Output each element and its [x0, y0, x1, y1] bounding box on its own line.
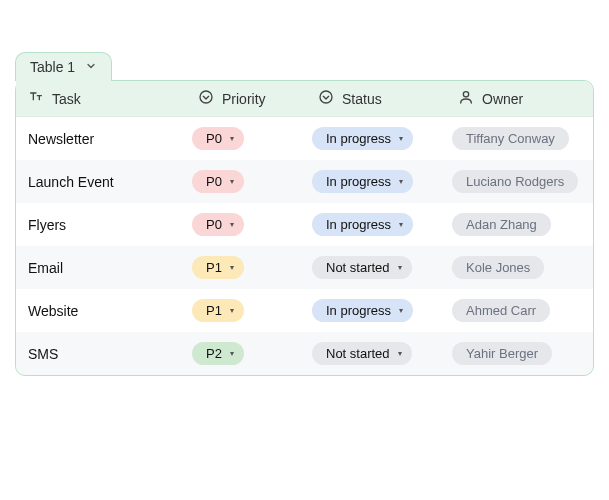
priority-pill[interactable]: P0▾ — [192, 127, 244, 150]
table-body: NewsletterP0▾In progress▾Tiffany ConwayL… — [16, 117, 593, 375]
caret-down-icon: ▾ — [399, 306, 403, 315]
caret-down-icon: ▾ — [230, 349, 234, 358]
status-label: In progress — [326, 174, 391, 189]
column-header-status[interactable]: Status — [312, 89, 452, 108]
caret-down-icon: ▾ — [399, 134, 403, 143]
status-cell: In progress▾ — [312, 299, 452, 322]
status-pill[interactable]: In progress▾ — [312, 299, 413, 322]
owner-cell: Luciano Rodgers — [452, 170, 587, 193]
caret-down-icon: ▾ — [230, 306, 234, 315]
priority-pill[interactable]: P0▾ — [192, 170, 244, 193]
caret-down-icon: ▾ — [230, 263, 234, 272]
tab-table-1[interactable]: Table 1 — [15, 52, 112, 81]
table-row: Launch EventP0▾In progress▾Luciano Rodge… — [16, 160, 593, 203]
status-label: In progress — [326, 303, 391, 318]
svg-point-1 — [320, 91, 332, 103]
text-icon — [28, 89, 44, 108]
status-cell: In progress▾ — [312, 127, 452, 150]
column-label: Status — [342, 91, 382, 107]
status-pill[interactable]: In progress▾ — [312, 213, 413, 236]
table-row: NewsletterP0▾In progress▾Tiffany Conway — [16, 117, 593, 160]
svg-point-2 — [463, 92, 468, 97]
status-label: Not started — [326, 260, 390, 275]
task-cell: Launch Event — [22, 174, 192, 190]
owner-cell: Tiffany Conway — [452, 127, 587, 150]
column-label: Task — [52, 91, 81, 107]
table-container: Table 1 Task Priority Status — [15, 80, 594, 376]
status-cell: Not started▾ — [312, 256, 452, 279]
priority-label: P1 — [206, 260, 222, 275]
task-cell: Newsletter — [22, 131, 192, 147]
priority-label: P2 — [206, 346, 222, 361]
caret-down-icon: ▾ — [399, 177, 403, 186]
owner-pill[interactable]: Kole Jones — [452, 256, 544, 279]
table-row: SMSP2▾Not started▾Yahir Berger — [16, 332, 593, 375]
owner-pill[interactable]: Ahmed Carr — [452, 299, 550, 322]
tab-label: Table 1 — [30, 59, 75, 75]
priority-label: P1 — [206, 303, 222, 318]
priority-label: P0 — [206, 131, 222, 146]
dropdown-icon — [318, 89, 334, 108]
task-cell: Website — [22, 303, 192, 319]
caret-down-icon: ▾ — [230, 177, 234, 186]
owner-cell: Kole Jones — [452, 256, 587, 279]
priority-pill[interactable]: P1▾ — [192, 299, 244, 322]
caret-down-icon: ▾ — [398, 349, 402, 358]
owner-cell: Adan Zhang — [452, 213, 587, 236]
status-pill[interactable]: Not started▾ — [312, 256, 412, 279]
priority-cell: P1▾ — [192, 299, 312, 322]
priority-pill[interactable]: P2▾ — [192, 342, 244, 365]
table-row: WebsiteP1▾In progress▾Ahmed Carr — [16, 289, 593, 332]
status-cell: Not started▾ — [312, 342, 452, 365]
priority-label: P0 — [206, 217, 222, 232]
status-pill[interactable]: In progress▾ — [312, 170, 413, 193]
column-header-priority[interactable]: Priority — [192, 89, 312, 108]
priority-cell: P0▾ — [192, 127, 312, 150]
priority-cell: P0▾ — [192, 170, 312, 193]
caret-down-icon: ▾ — [230, 220, 234, 229]
owner-pill[interactable]: Yahir Berger — [452, 342, 552, 365]
priority-label: P0 — [206, 174, 222, 189]
priority-pill[interactable]: P1▾ — [192, 256, 244, 279]
table-row: EmailP1▾Not started▾Kole Jones — [16, 246, 593, 289]
status-pill[interactable]: Not started▾ — [312, 342, 412, 365]
caret-down-icon: ▾ — [398, 263, 402, 272]
task-cell: Email — [22, 260, 192, 276]
owner-pill[interactable]: Adan Zhang — [452, 213, 551, 236]
column-header-task[interactable]: Task — [22, 89, 192, 108]
svg-point-0 — [200, 91, 212, 103]
column-label: Priority — [222, 91, 266, 107]
column-header-owner[interactable]: Owner — [452, 89, 587, 108]
priority-cell: P0▾ — [192, 213, 312, 236]
owner-pill[interactable]: Luciano Rodgers — [452, 170, 578, 193]
dropdown-icon — [198, 89, 214, 108]
table-row: FlyersP0▾In progress▾Adan Zhang — [16, 203, 593, 246]
table-header: Task Priority Status Owner — [16, 81, 593, 117]
chevron-down-icon — [85, 59, 97, 75]
status-label: In progress — [326, 131, 391, 146]
status-label: Not started — [326, 346, 390, 361]
status-pill[interactable]: In progress▾ — [312, 127, 413, 150]
column-label: Owner — [482, 91, 523, 107]
priority-cell: P2▾ — [192, 342, 312, 365]
caret-down-icon: ▾ — [399, 220, 403, 229]
status-cell: In progress▾ — [312, 170, 452, 193]
caret-down-icon: ▾ — [230, 134, 234, 143]
task-cell: Flyers — [22, 217, 192, 233]
status-cell: In progress▾ — [312, 213, 452, 236]
status-label: In progress — [326, 217, 391, 232]
person-icon — [458, 89, 474, 108]
priority-pill[interactable]: P0▾ — [192, 213, 244, 236]
task-cell: SMS — [22, 346, 192, 362]
owner-cell: Ahmed Carr — [452, 299, 587, 322]
priority-cell: P1▾ — [192, 256, 312, 279]
owner-pill[interactable]: Tiffany Conway — [452, 127, 569, 150]
owner-cell: Yahir Berger — [452, 342, 587, 365]
